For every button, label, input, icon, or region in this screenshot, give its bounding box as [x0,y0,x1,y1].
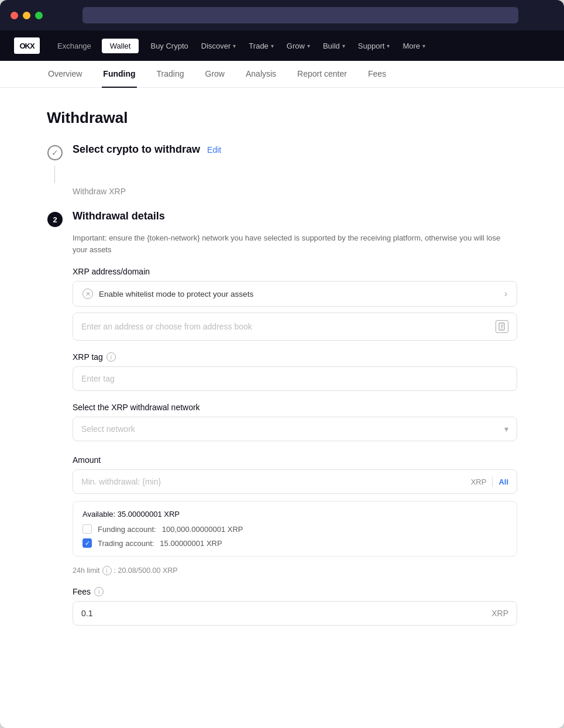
funding-account-amount: 100,000.00000001 XRP [162,525,243,534]
amount-divider [492,476,493,487]
amount-wrapper: XRP All [73,469,517,494]
tag-info-icon[interactable]: i [106,352,116,362]
step1-subtitle: Withdraw XRP [73,187,517,196]
step2-row: 2 Withdrawal details [47,210,517,228]
step1-check-icon: ✓ [47,145,63,160]
funding-account-label: Funding account: [98,525,156,534]
limit-label: 24h limit [73,566,100,575]
nav-build[interactable]: Build ▾ [323,42,345,50]
support-chevron-icon: ▾ [387,43,390,49]
subnav-funding[interactable]: Funding [102,61,136,88]
network-select[interactable]: Select network ▾ [73,417,517,441]
whitelist-text: Enable whitelist mode to protect your as… [99,290,253,298]
fees-currency: XRP [491,609,508,618]
nav-tab-exchange[interactable]: Exchange [49,39,99,53]
step2-title: Withdrawal details [73,210,165,222]
nav-trade[interactable]: Trade ▾ [249,42,273,50]
tag-input[interactable] [73,366,517,391]
trading-checkbox[interactable] [82,538,92,548]
available-label: Available: [82,510,118,518]
fees-box: 0.1 XRP [73,601,517,626]
titlebar [0,0,564,30]
tag-label: XRP tag [73,352,103,362]
trading-account-amount: 15.00000001 XRP [160,539,222,548]
step1-icon: ✓ [47,145,63,161]
funding-account-row: Funding account: 100,000.00000001 XRP [82,524,507,534]
nav-buy-crypto[interactable]: Buy Crypto [150,42,188,50]
navbar: OKX Exchange Wallet Buy Crypto Discover … [0,30,564,61]
page-title: Withdrawal [47,109,517,127]
limit-value: : 20.08/500.00 XRP [114,566,178,575]
address-input-field [73,313,517,341]
x-icon: ✕ [82,289,93,299]
step2-number-badge: 2 [47,212,63,227]
nav-discover[interactable]: Discover ▾ [201,42,236,50]
step2-warning: Important: ensure the {token-network} ne… [73,232,517,255]
address-label: XRP address/domain [73,267,517,276]
step1-row: ✓ Select crypto to withdraw Edit [47,143,517,161]
build-chevron-icon: ▾ [342,43,345,49]
fees-section: Fees i 0.1 XRP [73,587,517,626]
available-amount: 35.00000001 XRP [118,510,180,518]
subnav-analysis[interactable]: Analysis [245,61,277,88]
step2-icon: 2 [47,211,63,228]
available-row: Available: 35.00000001 XRP [82,510,507,518]
main-content: Withdrawal ✓ Select crypto to withdraw E… [0,88,564,728]
step-connector-1 [54,166,55,183]
nav-tab-wallet[interactable]: Wallet [102,39,139,53]
whitelist-chevron-icon: › [504,289,507,299]
grow-chevron-icon: ▾ [307,43,310,49]
network-placeholder: Select network [81,424,135,434]
url-bar[interactable] [82,7,518,23]
limit-row: 24h limit i : 20.08/500.00 XRP [73,566,517,575]
whitelist-banner[interactable]: ✕ Enable whitelist mode to protect your … [73,281,517,307]
trading-account-row: Trading account: 15.00000001 XRP [82,538,507,548]
address-input-wrapper [73,313,517,341]
network-label: Select the XRP withdrawal network [73,403,517,412]
whitelist-banner-left: ✕ Enable whitelist mode to protect your … [82,289,253,299]
amount-all-button[interactable]: All [498,478,508,486]
subnav: Overview Funding Trading Grow Analysis R… [0,61,564,88]
fees-label-row: Fees i [73,587,517,596]
close-dot[interactable] [11,12,18,19]
address-input[interactable] [81,322,496,331]
address-book-icon[interactable] [496,320,508,333]
subnav-overview[interactable]: Overview [47,61,83,88]
subnav-trading[interactable]: Trading [156,61,185,88]
nav-more[interactable]: More ▾ [403,42,425,50]
amount-label: Amount [73,455,517,465]
subnav-grow[interactable]: Grow [204,61,226,88]
amount-currency: XRP [471,478,487,486]
subnav-report-center[interactable]: Report center [296,61,348,88]
nav-tabs: Exchange Wallet [49,39,139,53]
maximize-dot[interactable] [35,12,43,19]
trading-account-label: Trading account: [98,539,154,548]
fees-value: 0.1 [81,609,92,618]
logo: OKX [14,37,40,54]
nav-support[interactable]: Support ▾ [358,42,390,50]
nav-grow[interactable]: Grow ▾ [287,42,310,50]
network-chevron-icon: ▾ [504,424,508,434]
step2-content: Important: ensure the {token-network} ne… [73,232,517,626]
limit-info-icon[interactable]: i [102,566,112,575]
tag-label-row: XRP tag i [73,352,517,362]
step1-edit-link[interactable]: Edit [207,145,221,154]
trade-chevron-icon: ▾ [271,43,274,49]
funding-checkbox[interactable] [82,524,92,534]
more-chevron-icon: ▾ [422,43,425,49]
discover-chevron-icon: ▾ [233,43,236,49]
tag-input-wrapper [73,366,517,391]
step1-title: Select crypto to withdraw [73,143,200,156]
subnav-fees[interactable]: Fees [367,61,387,88]
info-box: Available: 35.00000001 XRP Funding accou… [73,501,517,557]
nav-menu: Buy Crypto Discover ▾ Trade ▾ Grow ▾ Bui… [150,42,425,50]
minimize-dot[interactable] [23,12,30,19]
fees-info-icon[interactable]: i [94,587,104,596]
fees-label: Fees [73,587,91,596]
amount-input[interactable] [81,477,465,486]
